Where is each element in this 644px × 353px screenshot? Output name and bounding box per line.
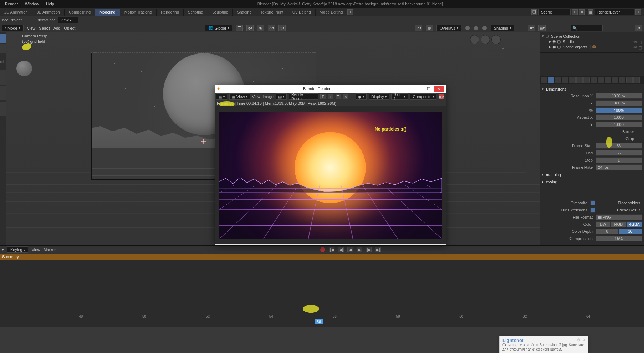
prop-tab-texture[interactable] [633,77,640,83]
play-reverse-button[interactable]: ◀ [347,247,353,252]
solid-shading-button[interactable] [474,26,479,31]
ws-tab-scripting[interactable]: Scripting [184,9,208,16]
ws-tab-3d-animation[interactable]: 3D Animation [32,9,64,16]
ws-tab-texture-paint[interactable]: Texture Paint [256,9,288,16]
prop-tab-modifier[interactable] [591,77,597,83]
open-image-button[interactable]: ☰ [336,94,341,99]
lightshot-toast[interactable]: ⚙✕ Lightshot Скриншот сохранён в Screens… [499,336,588,353]
auto-keying-button[interactable] [320,247,325,252]
prop-tab-render[interactable] [548,77,554,83]
keying-dropdown[interactable]: Keying ▾ [7,246,28,253]
render-menu-image[interactable]: Image [262,94,274,99]
prev-keyframe-button[interactable]: ◀| [338,247,344,252]
orientation-dropdown[interactable]: View ▾ [58,17,78,23]
prop-tab-physics[interactable] [605,77,611,83]
vp-menu-add[interactable]: Add [53,26,61,30]
frame-start-field[interactable]: 56 [596,143,642,149]
ws-tab-compositing[interactable]: Compositing [65,9,95,16]
dopesheet-summary[interactable]: Summary [0,254,644,260]
prop-tab-scene[interactable] [569,77,576,83]
color-rgb-button[interactable]: RGB [611,221,626,227]
expand-sidebar-icon[interactable]: + [502,46,504,51]
wireframe-shading-button[interactable] [465,26,470,31]
minimize-button[interactable]: — [414,86,424,92]
add-workspace-button[interactable]: + [347,9,353,15]
depth-16-button[interactable]: 16 [619,229,642,234]
scene-delete-button[interactable]: × [579,9,585,15]
outliner-search-input[interactable] [571,25,603,31]
tl-menu-view[interactable]: View [32,247,40,252]
ws-tab-motion-tracking[interactable]: Motion Tracking [120,9,157,16]
zoom-gizmo[interactable] [491,35,501,44]
tl-menu-marker[interactable]: Marker [44,247,56,252]
pivot-dropdown[interactable]: ⊕▾ [278,25,286,31]
prop-tab-material[interactable] [626,77,633,83]
slot-dropdown[interactable]: Slot 1 ▾ [391,93,408,100]
image-mode-dropdown[interactable]: ▦ View ▾ [229,93,250,100]
time-remapping-panel-header[interactable]: mapping [542,171,642,178]
vp-menu-view[interactable]: View [27,26,36,30]
close-button[interactable]: ✕ [434,86,444,92]
prop-tab-constraint[interactable] [612,77,618,83]
aspect-x-field[interactable]: 1.000 [596,114,642,120]
metadata-panel-header[interactable]: Metadata [542,242,642,245]
snap-toggle-button[interactable]: ☲ [236,25,243,31]
display-dropdown[interactable]: Display ▾ [369,93,389,100]
outliner-root[interactable]: ▾ ▢ Scene Collection [542,34,642,39]
jump-start-button[interactable]: |◀ [329,247,334,252]
channels-button[interactable]: ◧▾ [439,94,444,99]
dimensions-panel-header[interactable]: Dimensions [542,86,642,93]
prop-tab-viewlayer[interactable] [562,77,568,83]
tool-transform[interactable] [0,70,6,85]
prop-tab-object[interactable] [583,77,590,83]
render-menu-view[interactable]: View [252,94,261,99]
file-format-dropdown[interactable]: ▦ PNG [596,214,642,220]
pan-gizmo[interactable] [481,35,490,44]
timeline-tracks[interactable]: 56 48 50 52 54 56 58 60 62 64 [0,260,644,321]
aspect-y-field[interactable]: 1.000 [596,122,642,127]
tool-annotate[interactable] [0,86,6,100]
toast-close-icon[interactable]: ✕ [583,338,586,342]
proportional-edit-button[interactable]: ◉ [257,25,264,31]
scene-new-button[interactable]: + [572,9,578,15]
next-keyframe-button[interactable]: |▶ [366,247,372,252]
toast-settings-icon[interactable]: ⚙ [577,338,581,342]
scene-name-input[interactable]: Scene [538,9,571,15]
menu-window[interactable]: Window [21,1,42,7]
ws-tab-video-editing[interactable]: Video Editing [316,9,348,16]
prop-tab-output[interactable] [555,77,561,83]
prop-tab-edit[interactable] [541,77,547,83]
frame-rate-dropdown[interactable]: 24 fps [596,164,642,170]
percent-slider[interactable]: 400% [596,107,642,113]
tool-select[interactable] [0,44,6,53]
prop-tab-world[interactable] [576,77,583,83]
maximize-button[interactable]: ☐ [424,86,434,92]
vp-menu-select[interactable]: Select [39,26,50,30]
menu-render[interactable]: Render [1,1,21,7]
shading-dropdown[interactable]: Shading ▾ [491,25,514,31]
compression-slider[interactable]: 15% [596,236,642,241]
gizmo-toggle-button[interactable]: ↗▾ [415,25,422,31]
render-titlebar[interactable]: ✹ Blender Render — ☐ ✕ [215,85,446,93]
post-processing-panel-header[interactable]: essing [542,178,642,185]
frame-end-field[interactable]: 56 [596,150,642,156]
snap-dropdown[interactable]: ⬘▾ [246,25,254,31]
scene-icon[interactable]: ❏ [531,9,537,15]
eye-icon[interactable]: 👁 [633,45,637,49]
unlink-image-button[interactable]: × [343,94,348,99]
outliner-item-scene-objects[interactable]: ▸ ◉ ▢ Scene objects | 🐵 👁▢ [542,44,642,50]
mode-dropdown[interactable]: t Mode ▾ [2,25,24,31]
color-bw-button[interactable]: BW [596,221,611,227]
layer-dropdown[interactable]: Composite ▾ [410,93,436,100]
viewlayer-icon[interactable]: ▦ [588,9,593,15]
new-image-button[interactable]: + [328,94,333,99]
render-viewport[interactable]: No particles :((( [215,106,446,244]
restrict-icon[interactable]: ▢ [638,40,642,44]
ws-tab-sculpting[interactable]: Sculpting [208,9,233,16]
prop-tab-data[interactable] [619,77,625,83]
dopesheet-collapse-icon[interactable]: ▾ [2,248,4,251]
ws-tab-2d-animation[interactable]: 2D Animation [0,9,32,16]
outliner-editor-button[interactable]: ≣▾ [528,25,535,31]
editor-type-dropdown[interactable]: ▦▾ [216,93,227,100]
overlays-dropdown[interactable]: Overlays ▾ [436,25,461,31]
